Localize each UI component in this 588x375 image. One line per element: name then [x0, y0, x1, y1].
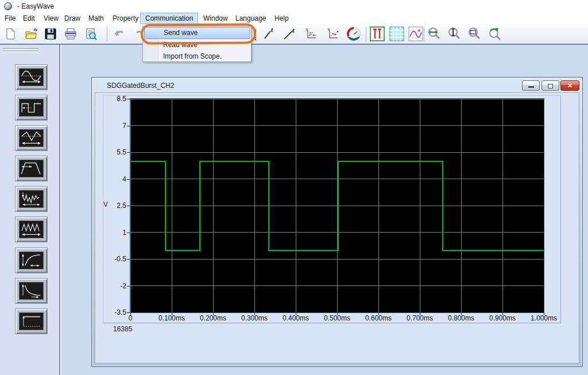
toolbar: YF∞ Y	[0, 24, 588, 45]
child-restore-button[interactable]	[541, 80, 559, 91]
menu-language[interactable]: Language	[231, 13, 270, 24]
exp-decay-wave-button[interactable]	[15, 278, 48, 304]
zoom-reset-button[interactable]	[486, 26, 502, 42]
wave-edit-button[interactable]	[408, 26, 424, 42]
sine-wave-button[interactable]	[15, 64, 48, 90]
menu-math[interactable]: Math	[84, 13, 109, 24]
sine-wave-icon	[19, 68, 44, 86]
svg-text:∞: ∞	[312, 33, 316, 38]
child-minimize-button[interactable]	[522, 80, 540, 91]
minimize-icon	[528, 86, 534, 88]
menu-draw[interactable]: Draw	[60, 13, 85, 24]
palette-gripper[interactable]	[3, 48, 38, 50]
square-wave-icon	[19, 99, 44, 117]
sample-count-label: 16385	[113, 325, 132, 333]
gauge-icon	[346, 26, 361, 41]
waveform-plot[interactable]	[130, 98, 544, 313]
child-close-button[interactable]: ✕	[560, 80, 579, 91]
menu-window[interactable]: Window	[199, 13, 233, 24]
toolbar-separator	[107, 27, 107, 41]
waveform-canvas	[130, 99, 544, 312]
zoom-vertical-icon	[447, 26, 462, 41]
sawtooth-wave-icon	[19, 221, 44, 238]
zoom-horizontal-icon	[427, 26, 442, 41]
markers-icon	[370, 26, 385, 41]
restore-icon	[548, 84, 553, 88]
palette-gripper[interactable]	[3, 51, 38, 52]
save-floppy-icon	[44, 27, 57, 41]
coordinate-draw-icon: Y	[326, 27, 340, 41]
zoom-vertical-button[interactable]	[446, 26, 462, 42]
draw-line-button[interactable]	[281, 26, 297, 42]
print-preview-button[interactable]	[83, 26, 99, 42]
sawtooth-wave-button[interactable]	[15, 217, 48, 242]
pencil-line-icon	[283, 27, 296, 41]
new-document-icon	[3, 27, 17, 41]
menu-file[interactable]: File	[0, 13, 20, 24]
app-titlebar: - EasyWave	[0, 0, 588, 13]
undo-button[interactable]	[111, 26, 127, 42]
zoom-window-icon	[467, 26, 482, 41]
menu-item-send-wave[interactable]: Send wave	[144, 27, 250, 39]
zoom-reset-icon	[487, 26, 502, 41]
easywave-app-window: - EasyWave File Edit View Draw Math Prop…	[0, 0, 588, 375]
gauge-button[interactable]	[346, 26, 362, 42]
y-axis-unit-label: V	[103, 200, 111, 208]
dc-wave-icon	[19, 312, 44, 330]
toolbar-separator	[424, 27, 424, 41]
child-window-title: SDGGatedBurst_CH2	[107, 82, 174, 90]
menu-help[interactable]: Help	[270, 13, 293, 24]
menu-item-import-from-scope[interactable]: Import from Scope.	[144, 51, 250, 62]
menu-item-read-wave[interactable]: Read wave	[144, 39, 250, 51]
communication-dropdown-menu: Send wave Read wave Import from Scope.	[142, 26, 252, 62]
svg-text:Y: Y	[305, 28, 308, 32]
formula-draw-button[interactable]: YF∞	[303, 26, 319, 42]
grid-icon	[389, 26, 404, 41]
menu-communication[interactable]: Communication	[140, 13, 198, 24]
markers-button[interactable]	[369, 26, 385, 42]
open-folder-icon	[24, 27, 38, 41]
undo-arrow-icon	[113, 27, 126, 41]
print-preview-icon	[84, 27, 98, 41]
svg-text:Y: Y	[327, 28, 330, 32]
coordinate-draw-button[interactable]: Y	[325, 26, 341, 42]
triangle-wave-button[interactable]	[15, 125, 48, 151]
exp-rise-wave-icon	[19, 252, 44, 269]
pulse-wave-icon	[19, 160, 44, 177]
zoom-horizontal-button[interactable]	[426, 26, 442, 42]
menu-property[interactable]: Property	[108, 13, 143, 24]
new-document-button[interactable]	[2, 26, 18, 42]
exp-decay-wave-icon	[19, 282, 44, 300]
app-title: - EasyWave	[17, 2, 54, 10]
pencil-icon	[261, 27, 274, 41]
noise-wave-icon	[19, 190, 44, 208]
formula-icon: YF∞	[304, 27, 318, 41]
open-file-button[interactable]	[23, 26, 39, 42]
printer-icon	[64, 27, 78, 41]
print-button[interactable]	[63, 26, 79, 42]
toolbar-separator	[366, 27, 366, 41]
pulse-wave-button[interactable]	[15, 156, 48, 181]
exp-rise-wave-button[interactable]	[15, 248, 48, 273]
close-icon: ✕	[567, 82, 572, 90]
dc-wave-button[interactable]	[15, 308, 48, 334]
grid-button[interactable]	[389, 26, 405, 42]
noise-wave-button[interactable]	[15, 186, 48, 212]
menu-bar: File Edit View Draw Math Property Commun…	[0, 13, 588, 24]
easywave-globe-icon	[4, 2, 12, 10]
draw-freehand-button[interactable]	[260, 26, 276, 42]
triangle-wave-icon	[19, 129, 44, 147]
square-wave-button[interactable]	[15, 95, 48, 121]
zoom-window-button[interactable]	[466, 26, 482, 42]
menu-edit[interactable]: Edit	[18, 13, 40, 24]
save-button[interactable]	[42, 26, 59, 42]
wave-edit-icon	[408, 26, 423, 41]
